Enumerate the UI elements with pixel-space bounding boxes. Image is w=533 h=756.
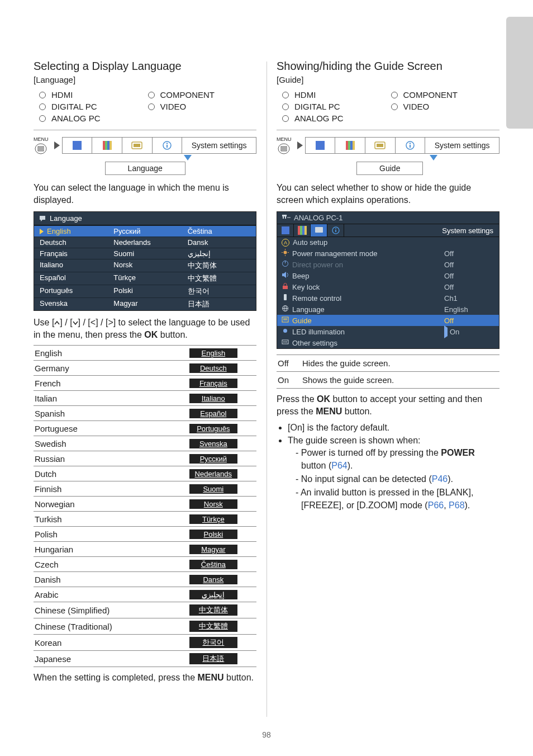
lang-native-cell: 한국어 bbox=[170, 635, 256, 651]
lang-english-name: Polish bbox=[34, 527, 170, 542]
radio-icon bbox=[282, 92, 289, 98]
left-p3: When the setting is completed, press the… bbox=[34, 672, 256, 684]
divider bbox=[34, 130, 256, 130]
language-table-row: HungarianMagyar bbox=[34, 542, 256, 557]
signal-video: VIDEO bbox=[148, 102, 257, 111]
svg-rect-14 bbox=[166, 145, 168, 148]
lang-english-name: Portuguese bbox=[34, 421, 170, 436]
lang-english-name: Hungarian bbox=[34, 542, 170, 557]
triangle-down-icon bbox=[430, 155, 437, 160]
lock-icon bbox=[282, 282, 289, 290]
divider bbox=[277, 130, 499, 130]
svg-rect-6 bbox=[103, 141, 105, 150]
svg-rect-9 bbox=[110, 141, 112, 150]
auto-a-icon: A bbox=[282, 239, 289, 247]
info-icon bbox=[331, 226, 340, 235]
language-table-row: ItalianItaliano bbox=[34, 391, 256, 406]
bc-cell-screen bbox=[122, 138, 153, 153]
gm-system-settings-label: System settings bbox=[436, 224, 499, 237]
svg-point-29 bbox=[410, 143, 411, 144]
lang-native-cell: Magyar bbox=[170, 542, 256, 557]
svg-rect-36 bbox=[298, 226, 300, 235]
svg-rect-40 bbox=[315, 227, 323, 233]
lang-english-name: Chinese (Traditional) bbox=[34, 618, 170, 635]
native-chip: Nederlands bbox=[189, 469, 237, 479]
language-table-row: SwedishSvenska bbox=[34, 436, 256, 451]
lang-english-name: Russian bbox=[34, 451, 170, 466]
lang-native-cell: Deutsch bbox=[170, 361, 256, 376]
caret-up-icon bbox=[54, 320, 60, 326]
led-icon bbox=[282, 327, 289, 334]
language-table-row: TurkishTürkçe bbox=[34, 512, 256, 527]
guide-menu-row: Key lockOff bbox=[277, 281, 499, 292]
svg-rect-52 bbox=[283, 286, 288, 289]
signal-hdmi: HDMI bbox=[282, 90, 391, 100]
svg-rect-23 bbox=[348, 141, 350, 150]
language-table-row: RussianРусский bbox=[34, 451, 256, 466]
link-p64[interactable]: P64 bbox=[331, 461, 347, 470]
lang-english-name: Korean bbox=[34, 635, 170, 651]
lang-native-cell: Français bbox=[170, 376, 256, 391]
left-breadcrumb: MENU System settings bbox=[34, 137, 256, 175]
svg-marker-31 bbox=[430, 155, 437, 160]
right-breadcrumb: MENU System settings bbox=[277, 137, 499, 175]
color-bars-icon bbox=[298, 226, 307, 235]
right-column: Showing/hiding the Guide Screen [Guide] … bbox=[277, 60, 499, 688]
language-table-row: SpanishEspañol bbox=[34, 406, 256, 421]
info-icon bbox=[163, 141, 172, 150]
native-chip: Português bbox=[189, 424, 237, 433]
guide-menu-row: AAuto setup bbox=[277, 237, 499, 248]
link-p66[interactable]: P66 bbox=[428, 500, 444, 510]
gm-row-label: Key lock bbox=[292, 283, 441, 291]
svg-rect-27 bbox=[377, 144, 383, 147]
gm-row-value: Off bbox=[444, 283, 494, 291]
svg-marker-5 bbox=[54, 141, 60, 149]
bc-cell-info bbox=[396, 138, 426, 153]
signal-hdmi: HDMI bbox=[39, 90, 148, 100]
lang-native-cell: 日本語 bbox=[170, 651, 256, 667]
side-tab bbox=[506, 17, 533, 129]
gm-row-label: Guide bbox=[292, 316, 441, 325]
radio-icon bbox=[39, 103, 46, 110]
triangle-down-icon bbox=[184, 155, 192, 160]
gm-tab-screen-active bbox=[311, 224, 327, 237]
lang-english-name: Germany bbox=[34, 361, 170, 376]
screen-icon bbox=[315, 226, 323, 235]
menu-button-icon: MENU bbox=[277, 137, 292, 154]
lang-native-cell: Norsk bbox=[170, 497, 256, 512]
guide-menu-row: Direct power onOff bbox=[277, 259, 499, 270]
gm-row-label: Direct power on bbox=[292, 261, 441, 269]
native-chip: Deutsch bbox=[189, 363, 237, 373]
svg-point-62 bbox=[283, 342, 284, 343]
bc-cell-system-settings: System settings bbox=[182, 138, 256, 153]
left-bracket: [Language] bbox=[34, 75, 256, 84]
gm-row-label: Remote control bbox=[292, 294, 441, 303]
native-chip: 日本語 bbox=[189, 653, 237, 664]
lang-english-name: Norwegian bbox=[34, 497, 170, 512]
dash-3: An invalid button is pressed in the [BLA… bbox=[296, 486, 499, 512]
lang-native-cell: Polski bbox=[170, 527, 256, 542]
language-table-row: PolishPolski bbox=[34, 527, 256, 542]
globe-icon bbox=[282, 305, 289, 312]
lang-native-cell: Svenska bbox=[170, 436, 256, 451]
guide-menu-row: BeepOff bbox=[277, 270, 499, 281]
guide-menu-row: Power management modeOff bbox=[277, 248, 499, 259]
lang-menu-row-selected: English Русский Čeština bbox=[34, 225, 256, 237]
lang-english-name: Chinese (Simplified) bbox=[34, 602, 170, 618]
link-p68[interactable]: P68 bbox=[449, 500, 464, 510]
native-chip: Suomi bbox=[189, 484, 237, 494]
svg-point-64 bbox=[286, 342, 287, 343]
gm-row-label: Beep bbox=[292, 272, 441, 280]
caret-down-icon bbox=[73, 320, 78, 326]
right-signal-list: HDMI DIGITAL PC ANALOG PC COMPONENT VIDE… bbox=[282, 90, 499, 125]
link-p46[interactable]: P46 bbox=[432, 474, 448, 484]
right-bracket: [Guide] bbox=[277, 75, 499, 84]
lang-english-name: Spanish bbox=[34, 406, 170, 421]
native-chip: Magyar bbox=[189, 545, 237, 554]
left-signal-list: HDMI DIGITAL PC ANALOG PC COMPONENT VIDE… bbox=[39, 90, 256, 125]
left-column: Selecting a Display Language [Language] … bbox=[34, 60, 256, 688]
section-header: Setting Various Function bbox=[34, 27, 499, 48]
info-icon bbox=[406, 141, 415, 150]
svg-rect-30 bbox=[410, 145, 411, 148]
signal-analog-pc: ANALOG PC bbox=[39, 114, 148, 123]
